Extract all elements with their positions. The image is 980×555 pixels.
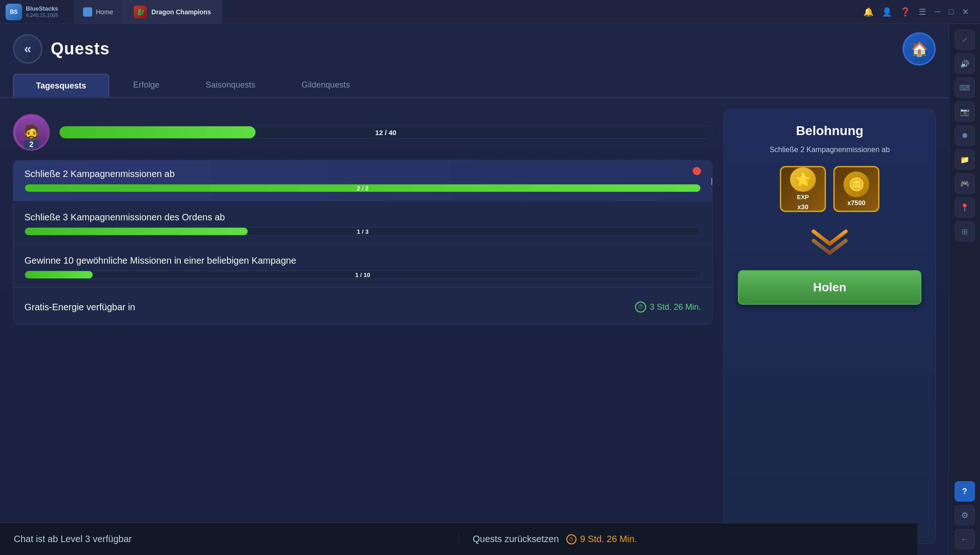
page-title: Quests bbox=[51, 39, 110, 59]
reward-chevron-icon bbox=[809, 228, 850, 255]
location-button[interactable]: 📍 bbox=[955, 197, 975, 218]
tab-home[interactable]: Home bbox=[74, 0, 123, 24]
xp-progress-text: 12 / 40 bbox=[375, 129, 397, 136]
keyboard-button[interactable]: ⌨ bbox=[955, 77, 975, 98]
bottom-timer-text: 9 Std. 26 Min. bbox=[580, 534, 637, 544]
quest-progress-text-3: 1 / 10 bbox=[355, 272, 370, 278]
exp-amount: x30 bbox=[797, 203, 808, 211]
expand-button[interactable]: ⤢ bbox=[955, 30, 975, 50]
record-button[interactable]: ⏺ bbox=[955, 125, 975, 146]
gold-amount: x7500 bbox=[848, 199, 866, 207]
bottom-right-text: Quests zurücksetzen ⏱ 9 Std. 26 Min. bbox=[459, 534, 917, 544]
top-bar: BS BlueStacks 4.240.15.1005 Home 🐉 Drago… bbox=[0, 0, 980, 24]
profile-icon[interactable]: 👤 bbox=[882, 7, 892, 17]
quest-item-1[interactable]: Schließe 2 Kampagnenmissionen ab 2 / 2 ▶ bbox=[13, 160, 712, 201]
menu-icon[interactable]: ☰ bbox=[919, 7, 926, 17]
bell-icon[interactable]: 🔔 bbox=[863, 7, 873, 17]
minimize-icon[interactable]: ─ bbox=[934, 7, 940, 17]
bottom-timer: ⏱ 9 Std. 26 Min. bbox=[566, 534, 637, 544]
question-icon[interactable]: ❓ bbox=[900, 7, 910, 17]
help-button[interactable]: ? bbox=[955, 481, 975, 502]
reward-icons: ⭐ EXP x30 🪙 x7500 bbox=[780, 166, 879, 212]
quest-title-2: Schließe 3 Kampagnenmissionen des Ordens… bbox=[24, 212, 701, 223]
reward-exp-box: ⭐ EXP x30 bbox=[780, 166, 826, 212]
energy-quest: Gratis-Energie verfügbar in ⏱ 3 Std. 26 … bbox=[13, 290, 712, 324]
bottom-bar: Chat ist ab Level 3 verfügbar Quests zur… bbox=[0, 523, 917, 555]
maximize-icon[interactable]: □ bbox=[949, 7, 954, 17]
bluestacks-logo: BS BlueStacks 4.240.15.1005 bbox=[0, 4, 74, 20]
main-area: « Quests 🏠 Tagesquests Erfolge Saisonque… bbox=[0, 24, 949, 555]
folder-button[interactable]: 📁 bbox=[955, 149, 975, 170]
close-icon[interactable]: ✕ bbox=[962, 7, 969, 17]
quest-progress-bar-1: 2 / 2 bbox=[24, 184, 701, 192]
energy-title: Gratis-Energie verfügbar in bbox=[24, 302, 135, 313]
bottom-timer-icon: ⏱ bbox=[566, 534, 576, 544]
quest-arrow-1: ▶ bbox=[712, 175, 713, 186]
holen-button[interactable]: Holen bbox=[738, 270, 921, 305]
bottom-left-text: Chat ist ab Level 3 verfügbar bbox=[0, 534, 459, 544]
content-area: 🧔 2 12 / 40 Schließe 2 Kampagnenmissione… bbox=[0, 98, 949, 555]
tab-dragon-champions[interactable]: 🐉 Dragon Champions bbox=[123, 0, 222, 24]
energy-timer: ⏱ 3 Std. 26 Min. bbox=[635, 301, 701, 313]
quest-progress-fill-2 bbox=[25, 228, 248, 235]
quest-item-2[interactable]: Schließe 3 Kampagnenmissionen des Ordens… bbox=[13, 204, 712, 244]
reward-description: Schließe 2 Kampagnenmissionen ab bbox=[770, 146, 890, 154]
camera-button[interactable]: 📷 bbox=[955, 101, 975, 122]
top-bar-right: 🔔 👤 ❓ ☰ ─ □ ✕ bbox=[863, 7, 980, 17]
reward-gold-box: 🪙 x7500 bbox=[833, 166, 879, 212]
tab-erfolge[interactable]: Erfolge bbox=[111, 74, 182, 97]
home-tab-icon bbox=[83, 7, 92, 17]
settings-button[interactable]: ⚙ bbox=[955, 505, 975, 525]
dragon-champions-icon: 🐉 bbox=[134, 6, 147, 18]
reward-title: Belohnung bbox=[796, 124, 863, 138]
right-sidebar: ⤢ 🔊 ⌨ 📷 ⏺ 📁 🎮 📍 ⊞ ? ⚙ ← bbox=[949, 24, 980, 555]
sound-button[interactable]: 🔊 bbox=[955, 53, 975, 74]
tab-tagesquests[interactable]: Tagesquests bbox=[13, 74, 109, 97]
exp-icon: ⭐ bbox=[790, 167, 816, 192]
gold-icon: 🪙 bbox=[843, 171, 869, 197]
quest-title-1: Schließe 2 Kampagnenmissionen ab bbox=[24, 169, 701, 179]
quest-progress-text-1: 2 / 2 bbox=[357, 185, 368, 192]
layers-button[interactable]: ⊞ bbox=[955, 221, 975, 242]
player-avatar: 🧔 2 bbox=[13, 114, 50, 151]
xp-progress-bar: 12 / 40 bbox=[59, 126, 713, 139]
page-header: « Quests 🏠 bbox=[0, 24, 949, 74]
tab-gildenquests[interactable]: Gildenquests bbox=[279, 74, 372, 97]
energy-timer-text: 3 Std. 26 Min. bbox=[650, 302, 701, 312]
home-button[interactable]: 🏠 bbox=[903, 32, 936, 65]
tabs-bar: Tagesquests Erfolge Saisonquests Gildenq… bbox=[0, 74, 949, 98]
quests-list: Schließe 2 Kampagnenmissionen ab 2 / 2 ▶… bbox=[13, 160, 713, 325]
tab-saisonquests[interactable]: Saisonquests bbox=[184, 74, 278, 97]
left-panel: 🧔 2 12 / 40 Schließe 2 Kampagnenmissione… bbox=[13, 109, 713, 544]
player-progress: 🧔 2 12 / 40 bbox=[13, 109, 713, 160]
controller-button[interactable]: 🎮 bbox=[955, 173, 975, 194]
quest-progress-text-2: 1 / 3 bbox=[357, 228, 368, 235]
back-arrow-button[interactable]: ← bbox=[955, 529, 975, 549]
quest-progress-bar-2: 1 / 3 bbox=[24, 227, 701, 236]
bluestacks-icon: BS bbox=[6, 4, 22, 20]
xp-progress-fill bbox=[59, 126, 255, 138]
quest-progress-bar-3: 1 / 10 bbox=[24, 271, 701, 279]
quest-red-dot bbox=[693, 167, 701, 175]
quest-item-3[interactable]: Gewinne 10 gewöhnliche Missionen in eine… bbox=[13, 247, 712, 288]
quest-progress-fill-3 bbox=[25, 271, 93, 278]
back-button[interactable]: « bbox=[13, 34, 42, 64]
player-level: 2 bbox=[24, 140, 39, 149]
quest-title-3: Gewinne 10 gewöhnliche Missionen in eine… bbox=[24, 255, 701, 266]
exp-label: EXP bbox=[797, 194, 809, 201]
reward-panel: Belohnung Schließe 2 Kampagnenmissionen … bbox=[724, 109, 936, 544]
timer-icon: ⏱ bbox=[635, 301, 646, 313]
